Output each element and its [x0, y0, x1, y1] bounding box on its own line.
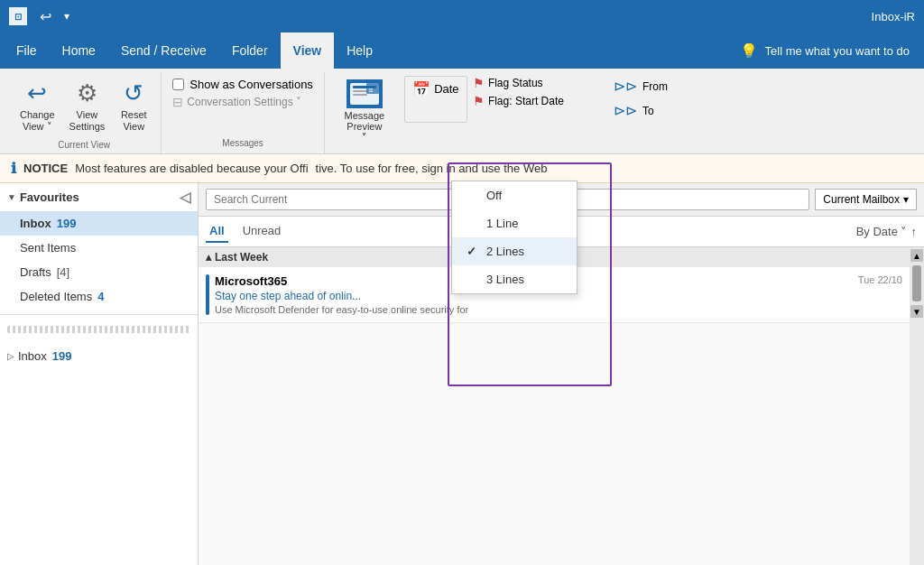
menu-home[interactable]: Home	[50, 32, 108, 69]
title-bar-left: ⊡ ↩ ▾	[9, 7, 69, 25]
sidebar-pattern-area	[0, 320, 198, 346]
inbox-count: 199	[57, 217, 77, 230]
message-preview-label: MessagePreview	[345, 110, 385, 132]
flag-status-icon: ⚑	[473, 76, 485, 90]
sort-by-date[interactable]: By Date ˅ ↑	[856, 225, 917, 238]
undo-button[interactable]: ↩	[40, 8, 51, 25]
sidebar-item-deleted[interactable]: Deleted Items 4	[0, 284, 198, 309]
scrollbar-thumb[interactable]	[912, 265, 921, 301]
sidebar: ▼ Favourites ◁ Inbox 199 Sent Items Draf…	[0, 183, 199, 565]
show-as-conversations-row[interactable]: Show as Conversations	[172, 78, 313, 91]
current-mailbox-button[interactable]: Current Mailbox ▾	[815, 189, 917, 210]
dropdown-item-off[interactable]: Off	[452, 181, 577, 209]
notice-text: Most features are disabled because your …	[75, 162, 308, 175]
to-icon: ⊳⊳	[614, 102, 637, 119]
bottom-inbox-count: 199	[52, 349, 72, 363]
flag-start-date-icon: ⚑	[473, 94, 485, 108]
change-view-icon: ↩	[27, 79, 47, 107]
current-view-label: Current View	[58, 136, 110, 150]
flag-status-button[interactable]: ⚑ Flag Status	[473, 76, 597, 90]
group-triangle-icon: ▴	[206, 251, 211, 264]
window-title: Inbox-iR	[872, 10, 915, 23]
sidebar-pattern-bar	[7, 326, 190, 333]
email-date: Tue 22/10	[858, 274, 902, 285]
dropdown-item-2lines[interactable]: ✓ 2 Lines	[452, 237, 577, 265]
menu-send-receive[interactable]: Send / Receive	[108, 32, 219, 69]
show-as-conversations-label: Show as Conversations	[189, 78, 313, 91]
view-settings-label: ViewSettings	[69, 109, 106, 133]
reset-icon: ↺	[124, 79, 143, 107]
change-view-label: ChangeView ˅	[20, 109, 55, 133]
dropdown-3lines-label: 3 Lines	[486, 273, 524, 286]
current-mailbox-dropdown-icon: ▾	[903, 193, 909, 206]
conversation-settings-button[interactable]: ⊟ Conversation Settings ˅	[172, 95, 313, 109]
email-preview: Use Microsoft Defender for easy-to-use o…	[215, 304, 853, 315]
deleted-count: 4	[97, 290, 104, 303]
favourites-header[interactable]: ▼ Favourites ◁	[0, 183, 198, 211]
filter-tab-all[interactable]: All	[206, 220, 228, 243]
dropdown-item-1line[interactable]: 1 Line	[452, 209, 577, 237]
menu-view[interactable]: View	[281, 32, 335, 69]
message-preview-dropdown: Off 1 Line ✓ 2 Lines 3 Lines	[451, 181, 578, 294]
from-label: From	[642, 80, 668, 93]
email-right: Tue 22/10	[858, 274, 902, 285]
dropdown-item-3lines[interactable]: 3 Lines	[452, 265, 577, 293]
group-header-label: Last Week	[215, 251, 268, 264]
sidebar-divider	[0, 314, 198, 315]
scrollbar-up-button[interactable]: ▲	[910, 249, 923, 262]
reset-view-label: ResetView	[121, 109, 147, 133]
email-items-container: ▴ Last Week Microsoft365 Stay one step a…	[199, 247, 910, 565]
sidebar-collapse-button[interactable]: ◁	[180, 189, 190, 206]
sidebar-item-inbox[interactable]: Inbox 199	[0, 211, 198, 236]
from-icon: ⊳⊳	[614, 78, 637, 95]
flag-start-date-label: Flag: Start Date	[488, 95, 564, 107]
favourites-title: Favourites	[20, 190, 79, 204]
reset-view-button[interactable]: ↺ ResetView	[114, 76, 153, 136]
deleted-items-label: Deleted Items	[20, 290, 92, 303]
to-label: To	[642, 105, 654, 117]
date-icon: 📅	[412, 80, 430, 97]
scrollbar-down-button[interactable]: ▼	[910, 305, 923, 318]
from-to-group: ⊳⊳ From ⊳⊳ To	[603, 72, 720, 153]
menu-bar: File Home Send / Receive Folder View Hel…	[0, 32, 924, 69]
menu-help[interactable]: Help	[334, 32, 385, 69]
sent-items-label: Sent Items	[20, 241, 76, 255]
message-preview-button[interactable]: ≡ MessagePreview ˅	[341, 76, 389, 145]
menu-file[interactable]: File	[4, 32, 50, 69]
change-view-button[interactable]: ↩ ChangeView ˅	[14, 76, 60, 136]
email-unread-bar	[206, 274, 209, 315]
current-view-group: ↩ ChangeView ˅ ⚙ ViewSettings ↺ ResetVie…	[7, 72, 162, 153]
messages-group: Show as Conversations ⊟ Conversation Set…	[162, 72, 325, 153]
show-as-conversations-checkbox[interactable]	[172, 79, 184, 90]
from-button[interactable]: ⊳⊳ From	[610, 76, 713, 97]
twoline-check-icon: ✓	[467, 245, 479, 258]
sort-asc-icon: ↑	[911, 225, 918, 238]
messages-label: Messages	[172, 134, 313, 148]
flag-status-label: Flag Status	[488, 77, 543, 89]
menu-bar-right: 💡 Tell me what you want to do	[740, 32, 920, 69]
lightbulb-icon: 💡	[740, 42, 758, 60]
tell-me-text[interactable]: Tell me what you want to do	[765, 44, 910, 58]
drafts-count: [4]	[57, 265, 69, 279]
menu-folder[interactable]: Folder	[219, 32, 281, 69]
sidebar-item-drafts[interactable]: Drafts [4]	[0, 260, 198, 284]
sidebar-item-sent[interactable]: Sent Items	[0, 236, 198, 260]
sidebar-bottom-inbox[interactable]: ▷ Inbox 199	[0, 346, 198, 366]
filter-tab-unread[interactable]: Unread	[239, 220, 285, 243]
to-button[interactable]: ⊳⊳ To	[610, 100, 713, 121]
current-view-buttons: ↩ ChangeView ˅ ⚙ ViewSettings ↺ ResetVie…	[14, 76, 153, 136]
notice-icon: ℹ	[11, 160, 16, 177]
notice-bold: NOTICE	[23, 162, 68, 175]
flag-buttons-group: ⚑ Flag Status ⚑ Flag: Start Date	[467, 72, 603, 153]
dropdown-2lines-label: 2 Lines	[486, 245, 524, 258]
flag-start-date-button[interactable]: ⚑ Flag: Start Date	[473, 94, 597, 108]
email-scrollbar[interactable]: ▲ ▼	[910, 247, 924, 565]
quick-access-button[interactable]: ▾	[64, 10, 69, 23]
conv-settings-label: Conversation Settings ˅	[187, 96, 301, 108]
date-button[interactable]: 📅 Date	[404, 76, 467, 123]
message-preview-icon: ≡	[346, 79, 383, 108]
notice-bar: ℹ NOTICE Most features are disabled beca…	[0, 154, 924, 183]
message-preview-dropdown-icon: ˅	[362, 132, 366, 142]
drafts-label: Drafts	[20, 265, 51, 279]
view-settings-button[interactable]: ⚙ ViewSettings	[64, 76, 111, 136]
